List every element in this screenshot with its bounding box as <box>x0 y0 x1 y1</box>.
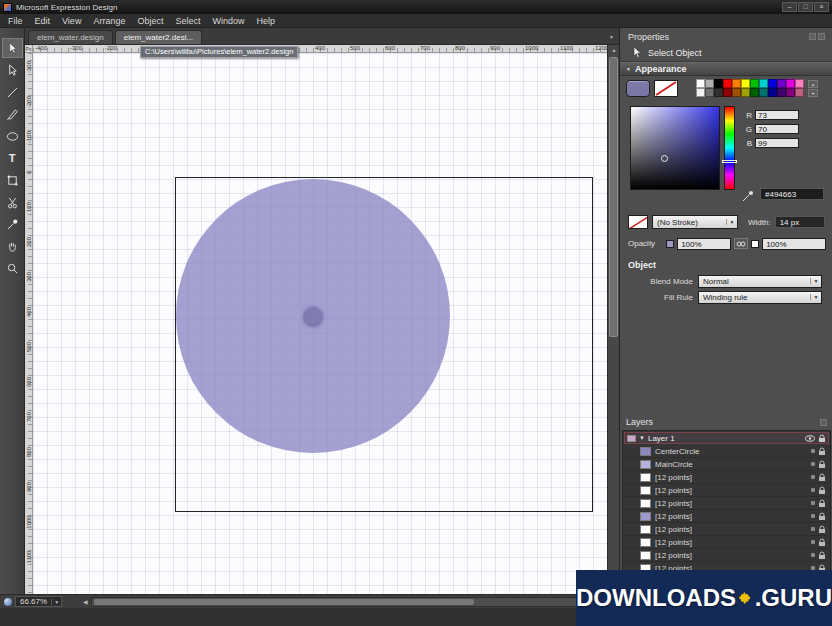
menu-help[interactable]: Help <box>250 15 281 27</box>
tab-elem-water2-desi-[interactable]: elem_water2.desi... <box>115 30 202 44</box>
panel-collapse-icon[interactable] <box>818 33 825 40</box>
stroke-preview-swatch[interactable] <box>628 215 648 229</box>
menu-file[interactable]: File <box>2 15 29 27</box>
tab-elem-water-design[interactable]: elem_water.design <box>28 30 113 44</box>
no-stroke-attribute-button[interactable] <box>654 80 678 97</box>
minimize-button[interactable]: – <box>782 2 797 12</box>
palette-scroll-up-icon[interactable]: ▲ <box>808 80 818 88</box>
lock-icon[interactable] <box>818 512 826 521</box>
palette-scroll-down-icon[interactable]: ▼ <box>808 89 818 97</box>
layer-item[interactable]: [12 points] <box>624 523 829 536</box>
center-dot[interactable] <box>304 307 322 325</box>
menu-window[interactable]: Window <box>206 15 250 27</box>
hex-color-field[interactable]: #494663 <box>760 188 824 200</box>
palette-swatch[interactable] <box>723 88 732 97</box>
layer-expand-icon[interactable]: ▼ <box>639 435 645 441</box>
fill-rule-dropdown[interactable]: Winding rule ▼ <box>698 291 822 304</box>
selection-tool[interactable] <box>2 38 23 58</box>
palette-swatch[interactable] <box>777 79 786 88</box>
layer-item[interactable]: MainCircle <box>624 458 829 471</box>
stroke-width-input[interactable]: 14 px <box>775 216 825 228</box>
saturation-value-picker[interactable] <box>630 106 720 190</box>
hue-marker-icon[interactable] <box>722 160 737 163</box>
zoom-control[interactable]: 66.67% ▼ <box>15 596 62 607</box>
layers-options-icon[interactable] <box>820 419 827 426</box>
palette-swatch[interactable] <box>714 79 723 88</box>
palette-swatch[interactable] <box>723 79 732 88</box>
palette-swatch[interactable] <box>786 88 795 97</box>
palette-swatch[interactable] <box>795 79 804 88</box>
menu-select[interactable]: Select <box>169 15 206 27</box>
layer-item[interactable]: CenterCircle <box>624 445 829 458</box>
panel-options-icon[interactable] <box>809 33 816 40</box>
stroke-opacity-input[interactable]: 100% <box>762 238 826 250</box>
palette-swatch[interactable] <box>795 88 804 97</box>
scroll-left-icon[interactable]: ◀ <box>83 598 88 605</box>
transform-tool[interactable] <box>2 170 23 190</box>
hue-slider[interactable] <box>724 106 735 190</box>
horizontal-scroll-thumb[interactable] <box>94 599 474 605</box>
palette-swatch[interactable] <box>768 79 777 88</box>
menu-edit[interactable]: Edit <box>29 15 57 27</box>
palette-swatch[interactable] <box>777 88 786 97</box>
pan-tool[interactable] <box>2 236 23 256</box>
lock-icon[interactable] <box>818 525 826 534</box>
menu-view[interactable]: View <box>56 15 87 27</box>
palette-swatch[interactable] <box>741 79 750 88</box>
fill-opacity-input[interactable]: 100% <box>677 238 731 250</box>
r-input[interactable]: 73 <box>755 110 799 120</box>
appearance-section-header[interactable]: ▼ Appearance <box>620 62 832 76</box>
menu-arrange[interactable]: Arrange <box>87 15 131 27</box>
menu-object[interactable]: Object <box>131 15 169 27</box>
zoom-dropdown-icon[interactable]: ▼ <box>51 599 61 605</box>
palette-swatch[interactable] <box>696 79 705 88</box>
canvas[interactable] <box>33 53 607 594</box>
lock-icon[interactable] <box>818 499 826 508</box>
palette-swatch[interactable] <box>705 88 714 97</box>
scissors-tool[interactable] <box>2 192 23 212</box>
palette-swatch[interactable] <box>741 88 750 97</box>
eye-icon[interactable] <box>805 435 815 442</box>
pen-tool[interactable] <box>2 104 23 124</box>
layer-item[interactable]: [12 points] <box>624 484 829 497</box>
layer-item[interactable]: [12 points] <box>624 471 829 484</box>
maximize-button[interactable]: □ <box>798 2 813 12</box>
palette-swatch[interactable] <box>696 88 705 97</box>
palette-swatch[interactable] <box>732 88 741 97</box>
palette-swatch[interactable] <box>759 79 768 88</box>
select-object-row[interactable]: Select Object <box>620 45 832 62</box>
vertical-scroll-thumb[interactable] <box>609 57 618 337</box>
text-tool[interactable]: T <box>2 148 23 168</box>
eyedropper-icon[interactable] <box>742 188 754 206</box>
g-input[interactable]: 70 <box>755 124 799 134</box>
palette-swatch[interactable] <box>750 88 759 97</box>
layer-color-chip[interactable] <box>627 435 636 442</box>
line-tool[interactable] <box>2 82 23 102</box>
lock-icon[interactable] <box>818 486 826 495</box>
ellipse-tool[interactable] <box>2 126 23 146</box>
direct-selection-tool[interactable] <box>2 60 23 80</box>
vertical-scrollbar[interactable]: ▲ ▼ <box>607 45 619 594</box>
palette-swatch[interactable] <box>759 88 768 97</box>
layer-item[interactable]: [12 points] <box>624 497 829 510</box>
palette-swatch[interactable] <box>714 88 723 97</box>
close-button[interactable]: × <box>814 2 829 12</box>
palette-swatch[interactable] <box>732 79 741 88</box>
palette-swatch[interactable] <box>705 79 714 88</box>
layer-item[interactable]: [12 points] <box>624 510 829 523</box>
picker-cursor-icon[interactable] <box>661 155 668 162</box>
lock-icon[interactable] <box>818 473 826 482</box>
palette-swatch[interactable] <box>768 88 777 97</box>
layer-item[interactable]: [12 points] <box>624 536 829 549</box>
zoom-tool[interactable] <box>2 258 23 278</box>
lock-icon[interactable] <box>818 538 826 547</box>
layer-root-row[interactable]: ▼ Layer 1 <box>624 432 829 444</box>
lock-icon[interactable] <box>818 434 826 443</box>
link-opacity-icon[interactable] <box>734 238 748 249</box>
eyedropper-tool[interactable] <box>2 214 23 234</box>
tab-overflow-icon[interactable]: ▼ <box>609 34 614 40</box>
stroke-type-dropdown[interactable]: (No Stroke) ▼ <box>652 215 738 229</box>
blend-mode-dropdown[interactable]: Normal ▼ <box>698 275 822 288</box>
lock-icon[interactable] <box>818 460 826 469</box>
b-input[interactable]: 99 <box>755 138 799 148</box>
